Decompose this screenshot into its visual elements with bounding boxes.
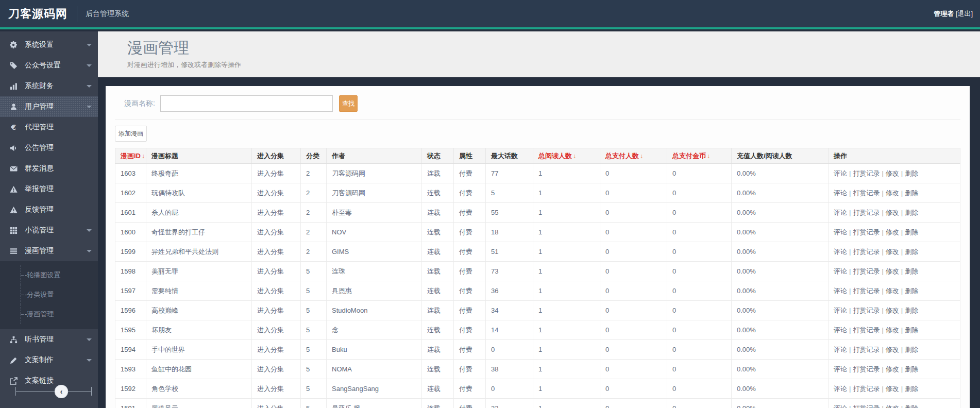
action-link-edit[interactable]: 修改 [886,169,899,177]
action-link-comment[interactable]: 评论 [834,209,847,216]
action-link-edit[interactable]: 修改 [886,248,899,256]
action-link-edit[interactable]: 修改 [886,228,899,236]
sidebar-item-反馈管理[interactable]: 反馈管理 [0,199,98,220]
action-link-edit[interactable]: 修改 [886,404,899,408]
action-link-reward-log[interactable]: 打赏记录 [853,404,880,408]
enter-episodes-link[interactable]: 进入分集 [257,287,284,295]
cell-actions: 评论|打赏记录|修改|删除 [829,360,960,379]
logout-link[interactable]: [退出] [956,10,973,18]
sidebar-item-系统财务[interactable]: 系统财务 [0,76,98,96]
action-link-edit[interactable]: 修改 [886,307,899,314]
action-link-comment[interactable]: 评论 [834,169,847,177]
enter-episodes-link[interactable]: 进入分集 [257,248,284,256]
action-link-delete[interactable]: 删除 [905,209,918,216]
action-link-edit[interactable]: 修改 [886,189,899,197]
action-link-delete[interactable]: 删除 [905,228,918,236]
action-link-comment[interactable]: 评论 [834,287,847,295]
action-link-comment[interactable]: 评论 [834,228,847,236]
cell-ratio: 0.00% [732,262,829,281]
enter-episodes-link[interactable]: 进入分集 [257,346,284,353]
sidebar-item-系统设置[interactable]: 系统设置 [0,35,98,55]
sidebar-item-文案制作[interactable]: 文案制作 [0,350,98,370]
sidebar-item-群发消息[interactable]: 群发消息 [0,158,98,179]
table-row: 1594手中的世界进入分集5Buku连载付费01000.00%评论|打赏记录|修… [115,340,960,360]
action-link-delete[interactable]: 删除 [905,248,918,256]
action-link-reward-log[interactable]: 打赏记录 [853,307,880,314]
submenu-item-漫画管理[interactable]: -漫画管理 [0,304,98,324]
action-link-comment[interactable]: 评论 [834,346,847,353]
comic-name-input[interactable] [160,95,333,112]
enter-episodes-link[interactable]: 进入分集 [257,209,284,216]
cell-enter-episodes: 进入分集 [252,399,301,408]
action-link-delete[interactable]: 删除 [905,169,918,177]
action-link-edit[interactable]: 修改 [886,287,899,295]
action-link-reward-log[interactable]: 打赏记录 [853,287,880,295]
action-link-delete[interactable]: 删除 [905,287,918,295]
action-link-edit[interactable]: 修改 [886,209,899,216]
action-link-edit[interactable]: 修改 [886,385,899,393]
action-link-edit[interactable]: 修改 [886,365,899,373]
sidebar-item-公众号设置[interactable]: 公众号设置 [0,55,98,76]
enter-episodes-link[interactable]: 进入分集 [257,404,284,408]
column-header-漫画ID[interactable]: 漫画ID↓ [115,148,146,164]
column-header-总支付金币[interactable]: 总支付金币↓ [667,148,732,164]
action-link-reward-log[interactable]: 打赏记录 [853,248,880,256]
enter-episodes-link[interactable]: 进入分集 [257,228,284,236]
action-link-reward-log[interactable]: 打赏记录 [853,209,880,216]
action-link-delete[interactable]: 删除 [905,326,918,334]
sidebar-item-漫画管理[interactable]: 漫画管理 [0,241,98,261]
action-link-edit[interactable]: 修改 [886,346,899,353]
action-link-delete[interactable]: 删除 [905,404,918,408]
enter-episodes-link[interactable]: 进入分集 [257,326,284,334]
column-header-总支付人数[interactable]: 总支付人数↓ [600,148,667,164]
enter-episodes-link[interactable]: 进入分集 [257,307,284,314]
enter-episodes-link[interactable]: 进入分集 [257,385,284,393]
action-link-comment[interactable]: 评论 [834,248,847,256]
sidebar-item-举报管理[interactable]: 举报管理 [0,179,98,199]
cell-status: 连载 [422,262,454,281]
action-link-edit[interactable]: 修改 [886,326,899,334]
action-link-delete[interactable]: 删除 [905,385,918,393]
sidebar-item-听书管理[interactable]: 听书管理 [0,329,98,350]
action-link-reward-log[interactable]: 打赏记录 [853,267,880,275]
sidebar-collapse-button[interactable]: ‹ [55,385,68,398]
submenu-item-轮播图设置[interactable]: -轮播图设置 [0,265,98,285]
enter-episodes-link[interactable]: 进入分集 [257,169,284,177]
action-link-delete[interactable]: 删除 [905,307,918,314]
action-link-comment[interactable]: 评论 [834,365,847,373]
action-link-reward-log[interactable]: 打赏记录 [853,385,880,393]
action-link-comment[interactable]: 评论 [834,267,847,275]
action-link-delete[interactable]: 删除 [905,365,918,373]
sidebar-item-用户管理[interactable]: 用户管理 [0,96,98,117]
sidebar-item-小说管理[interactable]: 小说管理 [0,220,98,241]
cell-actions: 评论|打赏记录|修改|删除 [829,301,960,320]
action-link-edit[interactable]: 修改 [886,267,899,275]
enter-episodes-link[interactable]: 进入分集 [257,267,284,275]
sidebar-item-公告管理[interactable]: 公告管理 [0,138,98,158]
action-link-reward-log[interactable]: 打赏记录 [853,346,880,353]
action-link-delete[interactable]: 删除 [905,346,918,353]
action-link-comment[interactable]: 评论 [834,189,847,197]
add-comic-button[interactable]: 添加漫画 [115,126,147,142]
cell-comic-id: 1591 [115,399,146,408]
column-header-总阅读人数[interactable]: 总阅读人数↓ [533,148,600,164]
action-link-comment[interactable]: 评论 [834,307,847,314]
cell-total-readers: 1 [533,183,600,203]
submenu-item-分类设置[interactable]: -分类设置 [0,285,98,304]
action-link-comment[interactable]: 评论 [834,385,847,393]
action-link-delete[interactable]: 删除 [905,189,918,197]
search-button[interactable]: 查找 [339,95,358,112]
action-link-comment[interactable]: 评论 [834,326,847,334]
action-link-comment[interactable]: 评论 [834,404,847,408]
action-link-delete[interactable]: 删除 [905,267,918,275]
sitemap-icon [9,335,18,344]
action-link-reward-log[interactable]: 打赏记录 [853,365,880,373]
sidebar-item-代理管理[interactable]: €代理管理 [0,117,98,138]
action-link-reward-log[interactable]: 打赏记录 [853,228,880,236]
enter-episodes-link[interactable]: 进入分集 [257,189,284,197]
enter-episodes-link[interactable]: 进入分集 [257,365,284,373]
action-link-reward-log[interactable]: 打赏记录 [853,169,880,177]
action-link-reward-log[interactable]: 打赏记录 [853,189,880,197]
action-link-reward-log[interactable]: 打赏记录 [853,326,880,334]
cell-enter-episodes: 进入分集 [252,379,301,399]
